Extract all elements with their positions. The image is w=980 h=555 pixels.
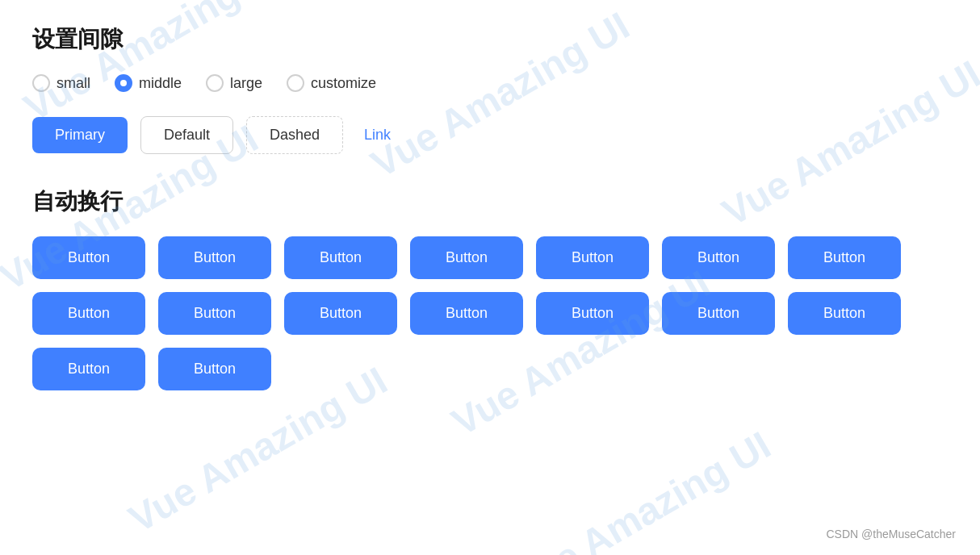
wrap-button-5[interactable]: Button bbox=[536, 236, 649, 279]
radio-circle-large bbox=[206, 74, 224, 92]
radio-label-large: large bbox=[230, 75, 262, 92]
section2-title: 自动换行 bbox=[32, 186, 948, 217]
wrap-button-15[interactable]: Button bbox=[32, 348, 145, 390]
radio-circle-small bbox=[32, 74, 50, 92]
footer-text: CSDN @theMuseCatcher bbox=[827, 528, 957, 540]
radio-middle[interactable]: middle bbox=[115, 74, 182, 92]
watermark-1: Vue Amazing UI bbox=[16, 0, 290, 130]
wrap-button-9[interactable]: Button bbox=[158, 292, 271, 335]
radio-small[interactable]: small bbox=[32, 74, 90, 92]
wrap-button-3[interactable]: Button bbox=[284, 236, 397, 279]
wrap-button-10[interactable]: Button bbox=[284, 292, 397, 335]
wrap-button-13[interactable]: Button bbox=[662, 292, 775, 335]
primary-button[interactable]: Primary bbox=[32, 117, 128, 153]
wrap-button-2[interactable]: Button bbox=[158, 236, 271, 279]
dashed-button[interactable]: Dashed bbox=[246, 116, 343, 154]
wrap-button-4[interactable]: Button bbox=[410, 236, 523, 279]
wrap-button-12[interactable]: Button bbox=[536, 292, 649, 335]
watermark-7: Vue Amazing UI bbox=[505, 423, 778, 555]
wrap-button-8[interactable]: Button bbox=[32, 292, 145, 335]
button-type-row: Primary Default Dashed Link bbox=[32, 116, 948, 154]
radio-label-small: small bbox=[57, 75, 90, 92]
wrap-button-14[interactable]: Button bbox=[788, 292, 901, 335]
wrap-button-6[interactable]: Button bbox=[662, 236, 775, 279]
radio-large[interactable]: large bbox=[206, 74, 262, 92]
radio-customize[interactable]: customize bbox=[287, 74, 376, 92]
wrap-button-1[interactable]: Button bbox=[32, 236, 145, 279]
link-button[interactable]: Link bbox=[356, 117, 399, 153]
radio-label-customize: customize bbox=[311, 75, 376, 92]
button-wrap-container: Button Button Button Button Button Butto… bbox=[32, 236, 948, 390]
radio-circle-middle bbox=[115, 74, 132, 92]
wrap-button-11[interactable]: Button bbox=[410, 292, 523, 335]
radio-label-middle: middle bbox=[139, 75, 182, 92]
wrap-button-7[interactable]: Button bbox=[788, 236, 901, 279]
section1-title: 设置间隙 bbox=[32, 24, 948, 55]
default-button[interactable]: Default bbox=[140, 116, 233, 154]
radio-circle-customize bbox=[287, 74, 304, 92]
radio-group: small middle large customize bbox=[32, 74, 948, 92]
page-content: Vue Amazing UI Vue Amazing UI Vue Amazin… bbox=[32, 24, 948, 390]
wrap-button-16[interactable]: Button bbox=[158, 348, 271, 390]
